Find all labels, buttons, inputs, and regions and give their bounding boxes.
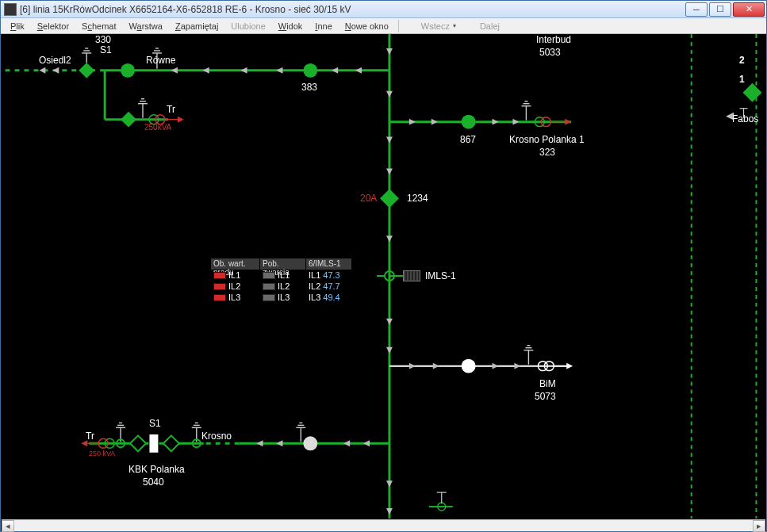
svg-marker-80: [343, 440, 350, 446]
scroll-left-button[interactable]: ◂: [2, 520, 14, 532]
measure-cell: IL3: [278, 293, 290, 302]
label-osiedl2: Osiedl2: [39, 55, 71, 66]
svg-marker-66: [514, 363, 520, 369]
svg-marker-28: [241, 67, 247, 74]
label-bim: BiM: [539, 378, 556, 389]
scroll-right-button[interactable]: ▸: [753, 520, 765, 532]
app-window: [6] linia 15KrRówOdcinek X6652164-X6-652…: [0, 0, 767, 532]
svg-marker-49: [512, 119, 519, 125]
measure-row: IL3IL3IL349.4: [211, 292, 354, 303]
label-5040: 5040: [143, 477, 164, 488]
svg-marker-105: [743, 83, 762, 102]
led-icon: [263, 272, 275, 279]
measure-value: 49.4: [323, 293, 339, 302]
svg-marker-75: [566, 363, 573, 369]
measure-value: 47.7: [323, 281, 339, 291]
measurement-panel: Ob. wart. prądu Pob. zwarcia 6/IMLS-1 IL…: [211, 258, 354, 303]
svg-marker-32: [39, 67, 45, 74]
label-fabos: Fabos: [732, 113, 758, 124]
nav-fwd-button[interactable]: Dalej: [461, 19, 504, 33]
measure-cell: IL3: [228, 293, 240, 302]
measure-cell: IL2: [309, 281, 320, 291]
measure-hdr-0: Ob. wart. prądu: [211, 258, 260, 270]
measure-cell: IL2: [278, 281, 290, 291]
svg-marker-5: [386, 137, 393, 144]
measure-cell: IL1: [278, 270, 290, 280]
svg-marker-29: [203, 67, 209, 74]
label-interbud: Interbud: [530, 34, 577, 45]
label-5073: 5073: [535, 391, 556, 402]
label-5033: 5033: [539, 47, 561, 58]
measure-hdr-1: Pob. zwarcia: [260, 258, 306, 270]
measure-row: IL2IL2IL247.7: [211, 281, 354, 292]
led-icon: [263, 283, 275, 290]
hscrollbar[interactable]: ◂ ▸: [2, 519, 765, 531]
label-867: 867: [460, 134, 476, 145]
label-s1-bot: S1: [149, 418, 161, 429]
svg-marker-7: [386, 235, 393, 242]
svg-marker-97: [130, 435, 146, 451]
svg-marker-47: [431, 119, 438, 125]
menubar: Plik Selektor Schemat Warstwa Zapamiętaj…: [1, 18, 766, 34]
svg-marker-25: [355, 67, 362, 74]
svg-marker-35: [121, 112, 136, 128]
svg-marker-63: [409, 363, 416, 369]
svg-marker-16: [79, 63, 94, 78]
svg-marker-58: [380, 189, 399, 208]
label-trafo-top: 250kVA: [144, 123, 171, 132]
svg-marker-8: [386, 319, 393, 325]
label-1234: 1234: [407, 193, 428, 204]
svg-marker-31: [52, 67, 59, 74]
svg-marker-4: [386, 91, 393, 98]
led-icon: [213, 294, 226, 301]
measure-cell: IL1: [228, 270, 240, 280]
label-trafo-bot: 250 kVA: [89, 450, 115, 457]
svg-rect-96: [149, 434, 159, 453]
svg-marker-65: [493, 363, 499, 369]
led-icon: [213, 283, 226, 290]
label-tr-top: Tr: [167, 104, 175, 115]
svg-point-14: [303, 63, 317, 78]
svg-marker-57: [565, 119, 571, 125]
svg-marker-48: [493, 119, 499, 125]
label-20a: 20A: [360, 193, 377, 204]
svg-marker-6: [386, 168, 393, 174]
svg-marker-79: [363, 440, 370, 446]
svg-point-45: [462, 115, 476, 129]
imls-indicator: IMLS-1: [403, 270, 456, 281]
label-right-2: 2: [739, 55, 745, 66]
svg-marker-11: [386, 508, 393, 515]
measure-row: IL1IL1IL147.3: [211, 270, 354, 281]
schematic-viewport[interactable]: 330 S1 Osiedl2 Równe Tr 250kVA 383 Inter…: [2, 34, 765, 519]
svg-marker-46: [409, 119, 416, 125]
measure-cell: IL2: [228, 281, 240, 291]
svg-marker-26: [332, 67, 338, 74]
measure-value: 47.3: [323, 270, 339, 280]
led-icon: [213, 272, 226, 279]
schematic-svg: [2, 34, 765, 519]
svg-marker-64: [433, 363, 439, 369]
measure-cell: IL3: [309, 293, 320, 302]
forward-icon: [466, 21, 477, 32]
svg-marker-81: [276, 440, 282, 446]
label-kbk: KBK Polanka: [128, 464, 185, 475]
label-krosno-polanka-1: Krosno Polanka 1: [509, 134, 585, 145]
label-383: 383: [301, 82, 317, 93]
label-s1-top: S1: [100, 44, 112, 55]
svg-marker-27: [276, 67, 282, 74]
measure-cell: IL1: [309, 270, 320, 280]
label-right-1: 1: [739, 74, 745, 85]
measure-hdr-2: 6/IMLS-1: [306, 258, 352, 270]
svg-point-67: [462, 359, 476, 373]
svg-marker-98: [163, 435, 179, 451]
svg-point-83: [303, 436, 317, 450]
led-icon: [263, 294, 275, 301]
label-imls: IMLS-1: [425, 270, 456, 281]
svg-marker-10: [386, 480, 393, 487]
svg-marker-43: [178, 117, 184, 123]
measure-header: Ob. wart. prądu Pob. zwarcia 6/IMLS-1: [211, 258, 354, 270]
label-330: 330: [95, 34, 111, 45]
scroll-track[interactable]: [14, 520, 753, 531]
label-tr-bot: Tr: [86, 431, 94, 442]
svg-point-15: [121, 63, 135, 78]
